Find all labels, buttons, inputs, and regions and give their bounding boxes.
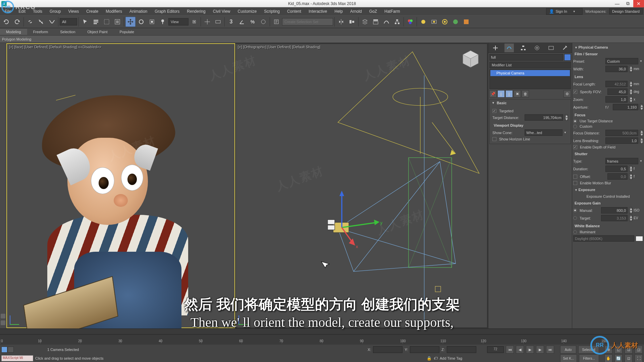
configure-sets-button[interactable]: 🗑: [522, 90, 529, 98]
z-coord-input[interactable]: [447, 346, 476, 353]
menu-create[interactable]: Create: [83, 8, 102, 15]
material-editor-button[interactable]: [405, 17, 415, 27]
select-object-button[interactable]: [80, 17, 90, 27]
nav-icon[interactable]: ✋: [604, 354, 612, 362]
zoom-spinner[interactable]: ▲▼: [629, 96, 632, 103]
tag-icon[interactable]: 🏷: [434, 356, 438, 361]
redo-button[interactable]: [12, 17, 22, 27]
modifier-list-dropdown[interactable]: Modifier List: [489, 62, 571, 68]
minimize-button[interactable]: —: [612, 0, 623, 7]
specify-fov-checkbox[interactable]: ✓: [573, 90, 577, 94]
viewport-left-label[interactable]: [+] [face] [User Defined] [Default Shadi…: [9, 45, 101, 49]
rect-select-button[interactable]: [102, 17, 112, 27]
maxscript-listener[interactable]: MAXScript Mi: [1, 355, 33, 361]
use-center-button[interactable]: [189, 17, 199, 27]
targeted-checkbox[interactable]: ✓: [492, 109, 496, 113]
keyfilters-button[interactable]: Filters...: [579, 354, 599, 362]
stack-item-physical-camera[interactable]: Physical Camera: [490, 70, 570, 76]
goto-end-button[interactable]: ⏭: [546, 346, 554, 354]
menu-arnold[interactable]: Arnold: [347, 8, 365, 15]
lock-icon[interactable]: 🔒: [427, 356, 432, 361]
hierarchy-tab[interactable]: [519, 44, 528, 52]
add-time-tag[interactable]: Add Time Tag: [440, 356, 462, 360]
render-frame-button[interactable]: [429, 17, 439, 27]
enable-dof-checkbox[interactable]: ✓: [573, 145, 577, 149]
viewport-face[interactable]: [+] [face] [User Defined] [Default Shadi…: [7, 44, 235, 328]
menu-content[interactable]: Content: [284, 8, 305, 15]
menu-goz[interactable]: GoZ: [366, 8, 380, 15]
duration-input[interactable]: 0,5: [605, 166, 628, 172]
show-cone-dropdown[interactable]: Whe...ted: [525, 129, 562, 136]
menu-animation[interactable]: Animation: [126, 8, 151, 15]
spinner-snap-button[interactable]: [258, 17, 268, 27]
open-autodesk-button[interactable]: [461, 17, 471, 27]
configure-button[interactable]: ⚙: [564, 90, 571, 98]
schematic-view-button[interactable]: [392, 17, 402, 27]
setkey-button[interactable]: Set K...: [560, 354, 577, 362]
menu-civilview[interactable]: Civil View: [210, 8, 234, 15]
menu-rendering[interactable]: Rendering: [183, 8, 209, 15]
keymode-button[interactable]: [8, 347, 14, 353]
lefttab-icon[interactable]: [1, 320, 5, 325]
use-target-distance-radio[interactable]: [573, 119, 577, 123]
viewport-right-label[interactable]: [+] [Orthographic] [User Defined] [Defau…: [238, 45, 320, 49]
fov-spinner[interactable]: ▲▼: [629, 88, 632, 95]
select-place-button[interactable]: [158, 17, 168, 27]
viewcube[interactable]: [459, 48, 482, 71]
link-button[interactable]: [25, 17, 35, 27]
remove-modifier-button[interactable]: ✖: [514, 90, 521, 98]
target-distance-input[interactable]: 195,704cm: [525, 114, 563, 121]
autokey-button[interactable]: Auto: [560, 346, 576, 354]
target-exposure-radio[interactable]: [573, 216, 577, 220]
menu-interactive[interactable]: Interactive: [305, 8, 330, 15]
angle-snap-button[interactable]: [237, 17, 247, 27]
aperture-spinner[interactable]: ▲▼: [640, 104, 643, 110]
object-color-swatch[interactable]: [564, 54, 571, 61]
select-scale-button[interactable]: [147, 17, 157, 27]
zoom-input[interactable]: 1,0: [605, 96, 628, 103]
menu-views[interactable]: Views: [65, 8, 82, 15]
display-tab[interactable]: [546, 44, 556, 52]
lens-breathing-input[interactable]: 1,0: [605, 137, 638, 144]
goto-start-button[interactable]: ⏮: [506, 346, 514, 354]
menu-customize[interactable]: Customize: [234, 8, 260, 15]
bind-button[interactable]: [47, 17, 57, 27]
current-frame-input[interactable]: 72: [487, 346, 504, 353]
ref-coord-dropdown[interactable]: View: [168, 18, 189, 25]
keyboard-shortcut-button[interactable]: [213, 17, 223, 27]
utilities-tab[interactable]: [560, 44, 570, 52]
render-online-button[interactable]: [450, 17, 461, 27]
workspaces-dropdown[interactable]: Design Standard: [609, 8, 643, 14]
render-production-button[interactable]: [440, 17, 450, 27]
time-ruler[interactable]: 0102030405060708090100110120130140150: [0, 335, 644, 345]
menu-help[interactable]: Help: [331, 8, 346, 15]
show-end-result-button[interactable]: ‖: [497, 90, 505, 98]
mirror-button[interactable]: [336, 17, 346, 27]
maximize-button[interactable]: ⧉: [623, 0, 633, 7]
tab-freeform[interactable]: Freeform: [27, 29, 54, 35]
manual-spinner[interactable]: ▲▼: [629, 207, 632, 214]
white-balance-swatch[interactable]: [636, 236, 643, 241]
lens-breathing-spinner[interactable]: ▲▼: [640, 137, 643, 144]
preset-dropdown[interactable]: Custom: [605, 58, 638, 64]
show-horizon-checkbox[interactable]: [492, 137, 496, 141]
shutter-type-dropdown[interactable]: frames: [605, 158, 638, 164]
unlink-button[interactable]: [36, 17, 46, 27]
next-frame-button[interactable]: ▶: [536, 346, 544, 354]
y-coord-input[interactable]: [410, 346, 439, 353]
prev-frame-button[interactable]: ◀: [516, 346, 524, 354]
rollout-basic-header[interactable]: ▼Basic: [490, 100, 571, 106]
menu-grapheditors[interactable]: Graph Editors: [151, 8, 183, 15]
viewport-orthographic[interactable]: [+] [Orthographic] [User Defined] [Defau…: [235, 44, 487, 328]
play-button[interactable]: ▶: [526, 346, 534, 354]
render-setup-button[interactable]: [418, 17, 428, 27]
lefttab-icon[interactable]: [1, 314, 5, 318]
target-distance-spinner[interactable]: ▲▼: [565, 114, 568, 121]
illuminant-radio[interactable]: [573, 230, 577, 234]
select-rotate-button[interactable]: [136, 17, 146, 27]
layer-explorer-button[interactable]: [360, 17, 370, 27]
manual-exposure-radio[interactable]: [573, 208, 577, 212]
snap-toggle-button[interactable]: 3: [226, 17, 236, 27]
keymode-button[interactable]: [1, 347, 7, 353]
aperture-input[interactable]: 1,193: [613, 104, 638, 110]
